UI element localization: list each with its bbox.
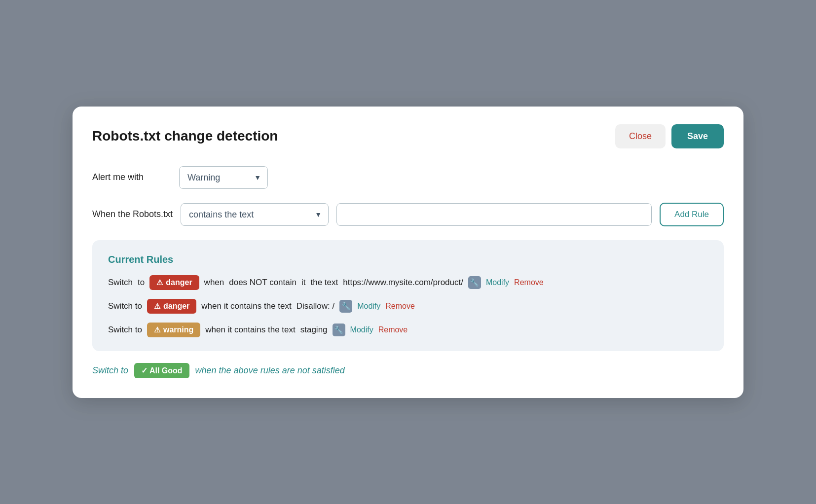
- rule-condition: when it contains the text: [201, 301, 291, 311]
- rule-it: it: [301, 278, 306, 288]
- current-rules-title: Current Rules: [108, 254, 708, 265]
- condition-dropdown[interactable]: contains the text does NOT contain the t…: [181, 203, 329, 226]
- rule-value: https://www.mysite.com/product/: [343, 278, 463, 288]
- rule-builder-label: When the Robots.txt: [92, 209, 173, 219]
- modal-overlay: Robots.txt change detection Close Save A…: [0, 0, 816, 504]
- warning-triangle-icon: ⚠: [154, 302, 160, 311]
- modal-dialog: Robots.txt change detection Close Save A…: [73, 107, 743, 398]
- add-rule-button[interactable]: Add Rule: [660, 203, 724, 226]
- footer-suffix: when the above rules are not satisfied: [195, 365, 345, 376]
- modal-header: Robots.txt change detection Close Save: [92, 124, 724, 148]
- danger-badge: ⚠ danger: [149, 275, 199, 290]
- modify-wrench-icon[interactable]: 🔧: [333, 324, 345, 336]
- danger-badge: ⚠ danger: [147, 299, 196, 314]
- rule-value: Disallow: /: [297, 301, 334, 311]
- warning-triangle-icon: ⚠: [154, 325, 160, 334]
- rule-prefix: Switch: [108, 278, 133, 288]
- table-row: Switch to ⚠ danger when does NOT contain…: [108, 275, 708, 290]
- modify-wrench-icon[interactable]: 🔧: [339, 300, 352, 313]
- remove-link[interactable]: Remove: [378, 325, 408, 334]
- modify-link[interactable]: Modify: [350, 325, 373, 334]
- badge-label: warning: [163, 325, 193, 334]
- rule-text-input[interactable]: [336, 203, 652, 226]
- alert-label: Alert me with: [92, 172, 171, 182]
- rule-when: when: [204, 278, 224, 288]
- rule-condition: does NOT contain: [229, 278, 297, 288]
- close-button[interactable]: Close: [615, 124, 666, 148]
- modify-link[interactable]: Modify: [486, 278, 509, 287]
- footer-row: Switch to ✓ All Good when the above rule…: [92, 363, 724, 378]
- alert-row: Alert me with Warning Danger All Good ▼: [92, 166, 724, 189]
- table-row: Switch to ⚠ warning when it contains the…: [108, 323, 708, 337]
- all-good-badge: ✓ All Good: [134, 363, 189, 378]
- modify-link[interactable]: Modify: [357, 302, 380, 311]
- badge-label: danger: [163, 302, 189, 311]
- warning-badge: ⚠ warning: [147, 323, 200, 337]
- rule-the-text: the text: [310, 278, 338, 288]
- alert-dropdown[interactable]: Warning Danger All Good: [179, 166, 268, 189]
- save-button[interactable]: Save: [671, 124, 724, 148]
- current-rules-section: Current Rules Switch to ⚠ danger when do…: [92, 240, 724, 351]
- rule-prefix: Switch to: [108, 301, 142, 311]
- header-buttons: Close Save: [615, 124, 724, 148]
- footer-prefix: Switch to: [92, 365, 128, 376]
- warning-triangle-icon: ⚠: [156, 278, 163, 287]
- condition-select-wrapper: contains the text does NOT contain the t…: [181, 203, 329, 226]
- rule-value: staging: [300, 325, 328, 335]
- alert-select-wrapper: Warning Danger All Good ▼: [179, 166, 268, 189]
- remove-link[interactable]: Remove: [514, 278, 544, 287]
- table-row: Switch to ⚠ danger when it contains the …: [108, 299, 708, 314]
- remove-link[interactable]: Remove: [385, 302, 415, 311]
- rule-condition: when it contains the text: [205, 325, 295, 335]
- rule-prefix: Switch to: [108, 325, 142, 335]
- modify-wrench-icon[interactable]: 🔧: [468, 276, 481, 289]
- rule-to: to: [138, 278, 145, 288]
- badge-label: danger: [166, 278, 192, 287]
- modal-title: Robots.txt change detection: [92, 128, 278, 144]
- rule-builder-row: When the Robots.txt contains the text do…: [92, 203, 724, 226]
